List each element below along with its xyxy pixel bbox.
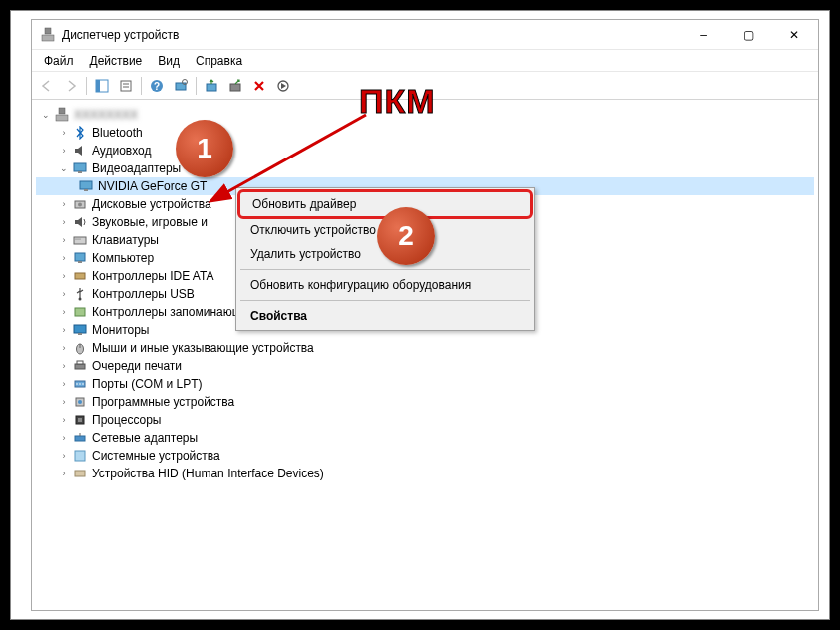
svg-rect-22: [74, 237, 86, 244]
storage-icon: [72, 304, 88, 320]
minimize-button[interactable]: –: [681, 21, 726, 49]
expand-icon[interactable]: ›: [58, 288, 70, 300]
expand-icon[interactable]: ›: [58, 270, 70, 282]
svg-rect-12: [230, 84, 240, 91]
help-button[interactable]: ?: [146, 75, 168, 97]
svg-point-42: [78, 400, 82, 404]
annotation-label: ПКМ: [359, 82, 436, 121]
svg-point-24: [77, 238, 78, 239]
expand-icon[interactable]: ›: [58, 396, 70, 408]
ctx-scan-hardware[interactable]: Обновить конфигурацию оборудования: [238, 273, 532, 297]
toolbar-separator: [196, 77, 197, 95]
window-title: Диспетчер устройств: [62, 28, 681, 42]
svg-rect-30: [75, 308, 85, 316]
ctx-update-driver[interactable]: Обновить драйвер: [240, 192, 530, 216]
svg-point-21: [78, 203, 82, 207]
ctx-separator: [240, 269, 530, 270]
properties-button[interactable]: [115, 75, 137, 97]
tree-item-display-adapters[interactable]: ⌄ Видеоадаптеры: [36, 159, 814, 177]
expand-icon[interactable]: ›: [58, 432, 70, 444]
svg-rect-45: [75, 436, 85, 441]
svg-rect-26: [75, 253, 85, 261]
show-hide-tree-button[interactable]: [91, 75, 113, 97]
menu-view[interactable]: Вид: [150, 51, 188, 71]
disable-button[interactable]: [248, 75, 270, 97]
svg-rect-44: [78, 418, 82, 422]
window-controls: – ▢ ✕: [681, 21, 816, 49]
svg-rect-17: [78, 171, 82, 173]
svg-rect-11: [207, 84, 216, 91]
menu-file[interactable]: Файл: [36, 51, 82, 71]
annotation-badge-1: 1: [176, 120, 233, 177]
expand-icon[interactable]: ›: [58, 306, 70, 318]
tree-item-bluetooth[interactable]: › Bluetooth: [36, 124, 814, 142]
svg-rect-3: [96, 80, 100, 92]
expand-icon[interactable]: ›: [58, 414, 70, 426]
svg-point-29: [79, 298, 82, 301]
annotation-badge-2: 2: [377, 207, 435, 265]
maximize-button[interactable]: ▢: [726, 21, 771, 49]
svg-point-38: [76, 383, 78, 385]
svg-rect-19: [84, 189, 88, 191]
software-icon: [72, 394, 88, 410]
update-driver-button[interactable]: [201, 75, 222, 97]
tree-item-software[interactable]: › Программные устройства: [36, 393, 814, 411]
scan-hardware-button[interactable]: [170, 75, 192, 97]
app-icon: [40, 27, 56, 43]
svg-rect-16: [74, 163, 86, 171]
port-icon: [72, 376, 88, 392]
audio-icon: [72, 143, 88, 158]
back-button[interactable]: [36, 75, 58, 97]
svg-rect-14: [59, 108, 65, 114]
network-icon: [72, 430, 88, 446]
svg-point-39: [79, 383, 81, 385]
printer-icon: [72, 358, 88, 374]
tree-item-mice[interactable]: › Мыши и иные указывающие устройства: [36, 339, 814, 357]
usb-icon: [72, 286, 88, 302]
menu-help[interactable]: Справка: [188, 51, 250, 71]
expand-icon[interactable]: ›: [58, 216, 70, 228]
menu-action[interactable]: Действие: [82, 51, 151, 71]
expand-icon[interactable]: ›: [58, 145, 70, 157]
expand-icon[interactable]: ›: [58, 450, 70, 462]
expand-icon[interactable]: ›: [58, 198, 70, 210]
tree-item-hid[interactable]: › Устройства HID (Human Interface Device…: [36, 465, 814, 482]
expand-icon[interactable]: ›: [58, 127, 70, 139]
tree-item-system[interactable]: › Системные устройства: [36, 447, 814, 465]
uninstall-button[interactable]: [224, 75, 246, 97]
expand-icon[interactable]: ›: [58, 234, 70, 246]
forward-button[interactable]: [60, 75, 82, 97]
tree-item-network[interactable]: › Сетевые адаптеры: [36, 429, 814, 447]
computer-icon: [72, 250, 88, 266]
svg-rect-28: [75, 273, 85, 279]
svg-text:?: ?: [154, 81, 160, 92]
svg-rect-27: [78, 261, 82, 263]
disk-icon: [72, 196, 88, 212]
svg-point-23: [75, 238, 76, 239]
expand-icon[interactable]: ›: [58, 378, 70, 390]
expand-icon[interactable]: ›: [58, 360, 70, 372]
sound-icon: [72, 214, 88, 230]
display-icon: [72, 160, 88, 176]
close-button[interactable]: ✕: [771, 21, 816, 49]
tree-item-print-queues[interactable]: › Очереди печати: [36, 357, 814, 375]
toolbar-separator: [141, 77, 142, 95]
ide-icon: [72, 268, 88, 284]
collapse-icon[interactable]: ⌄: [40, 109, 52, 121]
device-manager-window: Диспетчер устройств – ▢ ✕ Файл Действие …: [31, 19, 819, 611]
tree-item-ports[interactable]: › Порты (COM и LPT): [36, 375, 814, 393]
svg-rect-31: [74, 325, 86, 333]
ctx-properties[interactable]: Свойства: [238, 304, 532, 328]
enable-button[interactable]: [272, 75, 294, 97]
system-icon: [72, 448, 88, 464]
collapse-icon[interactable]: ⌄: [58, 162, 70, 174]
expand-icon[interactable]: ›: [58, 342, 70, 354]
tree-item-audio[interactable]: › Аудиовход: [36, 142, 814, 159]
svg-rect-15: [56, 115, 68, 121]
context-menu: Обновить драйвер Отключить устройство Уд…: [235, 187, 535, 331]
expand-icon[interactable]: ›: [58, 252, 70, 264]
expand-icon[interactable]: ›: [58, 468, 70, 479]
svg-point-25: [79, 238, 80, 239]
tree-item-processors[interactable]: › Процессоры: [36, 411, 814, 429]
expand-icon[interactable]: ›: [58, 324, 70, 336]
